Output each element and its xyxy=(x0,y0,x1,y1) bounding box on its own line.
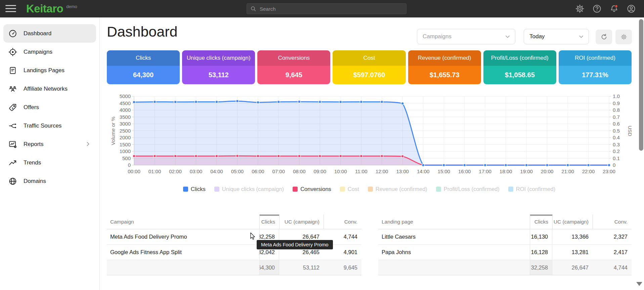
column-header-uc-campaign[interactable]: UC (campaign) xyxy=(552,214,593,229)
svg-text:19:00: 19:00 xyxy=(520,168,533,174)
refresh-button[interactable] xyxy=(596,30,612,44)
mouse-cursor xyxy=(249,232,257,240)
daterange-select[interactable]: Today xyxy=(524,29,589,44)
column-header-uc-campaign[interactable]: UC (campaign) xyxy=(279,214,324,229)
legend-label: Revenue (confirmed) xyxy=(376,186,427,192)
table-cell: 2,417 xyxy=(593,245,632,260)
settings-gear-icon[interactable] xyxy=(575,4,585,13)
column-header-landing-page[interactable]: Landing page xyxy=(378,214,530,229)
table-cell: Google Ads Fitness App Split xyxy=(107,245,259,260)
legend-item-unique-clicks-campaign[interactable]: Unique clicks (campaign) xyxy=(214,186,284,192)
sidebar-item-traffic-sources[interactable]: Traffic Sources xyxy=(0,116,99,135)
kpi-card-revenue-confirmed[interactable]: Revenue (confirmed)$1,655.73 xyxy=(408,50,481,84)
sidebar-item-offers[interactable]: $Offers xyxy=(0,98,99,116)
legend-swatch xyxy=(293,187,298,192)
column-header-clicks[interactable]: Clicks xyxy=(530,214,552,229)
sidebar-item-reports[interactable]: Reports xyxy=(0,135,99,153)
svg-text:15:00: 15:00 xyxy=(437,168,450,174)
sidebar-item-label: Domains xyxy=(24,178,46,185)
kpi-card-label: Unique clicks (campaign) xyxy=(182,50,255,66)
sidebar-item-label: Offers xyxy=(24,104,39,111)
sidebar-item-campaigns[interactable]: Campaigns xyxy=(0,43,99,61)
svg-text:02:00: 02:00 xyxy=(169,168,182,174)
svg-text:1000: 1000 xyxy=(120,148,131,154)
table-cell: 16,130 xyxy=(530,229,552,244)
timeseries-chart[interactable]: 005000.110000.215000.320000.425000.53000… xyxy=(107,91,632,179)
user-account-icon[interactable] xyxy=(627,4,636,13)
search-input[interactable] xyxy=(259,6,406,12)
kpi-card-profit-loss-confirmed[interactable]: Profit/Loss (confirmed)$1,058.65 xyxy=(483,50,556,84)
legend-item-conversions[interactable]: Conversions xyxy=(293,186,331,192)
column-header-clicks[interactable]: Clicks xyxy=(259,214,279,229)
svg-text:14:00: 14:00 xyxy=(417,168,430,174)
affiliate-icon xyxy=(8,85,17,93)
svg-text:3500: 3500 xyxy=(120,114,131,120)
app: Keitaro demo DashboardCampa xyxy=(0,0,644,290)
sidebar-item-landings-pages[interactable]: Landings Pages xyxy=(0,61,99,80)
column-header-conv[interactable]: Conv. xyxy=(593,214,632,229)
sidebar-item-affiliate-networks[interactable]: Affiliate Networks xyxy=(0,80,99,98)
env-badge: demo xyxy=(66,4,77,9)
scrollbar-thumb[interactable] xyxy=(639,19,643,151)
svg-text:USD: USD xyxy=(627,126,632,136)
sidebar-item-trends[interactable]: Trends xyxy=(0,153,99,172)
kpi-card-value: 64,300 xyxy=(107,66,180,84)
table-totals-row: 64,30053,1129,645 xyxy=(107,260,361,275)
sidebar-item-label: Traffic Sources xyxy=(24,123,61,129)
sidebar-item-label: Reports xyxy=(24,141,44,148)
sidebar-item-label: Affiliate Networks xyxy=(24,86,68,92)
column-header-campaign[interactable]: Campaign xyxy=(107,214,259,229)
svg-text:05:00: 05:00 xyxy=(231,168,244,174)
scroll-down-arrow-icon[interactable] xyxy=(636,282,642,286)
svg-text:0.2: 0.2 xyxy=(613,148,620,154)
legend-swatch xyxy=(436,187,441,192)
sidebar-item-label: Landings Pages xyxy=(24,67,65,74)
offers-icon: $ xyxy=(8,103,17,112)
kpi-card-roi-confirmed[interactable]: ROI (confirmed)177.31% xyxy=(559,50,632,84)
legend-item-profit-loss-confirmed[interactable]: Profit/Loss (confirmed) xyxy=(436,186,500,192)
topbar: Keitaro demo xyxy=(0,0,644,17)
notifications-bell-icon[interactable] xyxy=(609,4,619,13)
legend-item-roi-confirmed[interactable]: ROI (confirmed) xyxy=(508,186,555,192)
column-header-conv[interactable]: Conv. xyxy=(324,214,361,229)
table-row[interactable]: Papa Johns16,12813,2812,417 xyxy=(378,245,632,260)
kpi-card-value: $1,655.73 xyxy=(408,66,481,84)
svg-text:00:00: 00:00 xyxy=(128,168,140,174)
hamburger-menu-icon[interactable] xyxy=(5,5,16,12)
grouping-select[interactable]: Campaigns xyxy=(417,29,515,44)
legend-item-cost[interactable]: Cost xyxy=(340,186,359,192)
table-cell: Little Caesars xyxy=(378,229,530,244)
table-row[interactable]: Little Caesars16,13013,3662,327 xyxy=(378,229,632,245)
legend-label: Cost xyxy=(348,186,359,192)
svg-text:1500: 1500 xyxy=(120,142,131,147)
dashboard-settings-button[interactable] xyxy=(615,30,632,44)
svg-text:17:00: 17:00 xyxy=(479,168,491,174)
kpi-cards-row: Clicks64,300Unique clicks (campaign)53,1… xyxy=(107,50,632,84)
landings-icon xyxy=(8,66,17,75)
table-cell: 13,366 xyxy=(552,229,593,244)
svg-text:$: $ xyxy=(12,107,13,109)
kpi-card-unique-clicks-campaign[interactable]: Unique clicks (campaign)53,112 xyxy=(182,50,255,84)
legend-swatch xyxy=(368,187,373,192)
svg-text:500: 500 xyxy=(122,155,131,161)
sidebar-item-domains[interactable]: Domains xyxy=(0,172,99,190)
kpi-card-conversions[interactable]: Conversions9,645 xyxy=(257,50,330,84)
kpi-card-value: 177.31% xyxy=(559,66,632,84)
kpi-card-cost[interactable]: Cost$597.0760 xyxy=(333,50,405,84)
sidebar: DashboardCampaignsLandings PagesAffiliat… xyxy=(0,17,100,290)
chevron-down-icon xyxy=(504,33,511,40)
svg-text:0.3: 0.3 xyxy=(613,142,620,147)
brand: Keitaro demo xyxy=(26,2,77,15)
svg-text:16:00: 16:00 xyxy=(458,168,471,174)
campaigns-icon xyxy=(8,48,17,56)
legend-item-clicks[interactable]: Clicks xyxy=(183,186,206,192)
page-title: Dashboard xyxy=(107,23,177,40)
kpi-card-clicks[interactable]: Clicks64,300 xyxy=(107,50,180,84)
help-icon[interactable] xyxy=(592,4,602,13)
svg-text:10:00: 10:00 xyxy=(334,168,347,174)
legend-swatch xyxy=(214,187,219,192)
search-icon xyxy=(250,6,256,12)
sidebar-item-dashboard[interactable]: Dashboard xyxy=(3,24,96,43)
legend-item-revenue-confirmed[interactable]: Revenue (confirmed) xyxy=(368,186,427,192)
keitaro-logo[interactable]: Keitaro xyxy=(26,2,63,15)
